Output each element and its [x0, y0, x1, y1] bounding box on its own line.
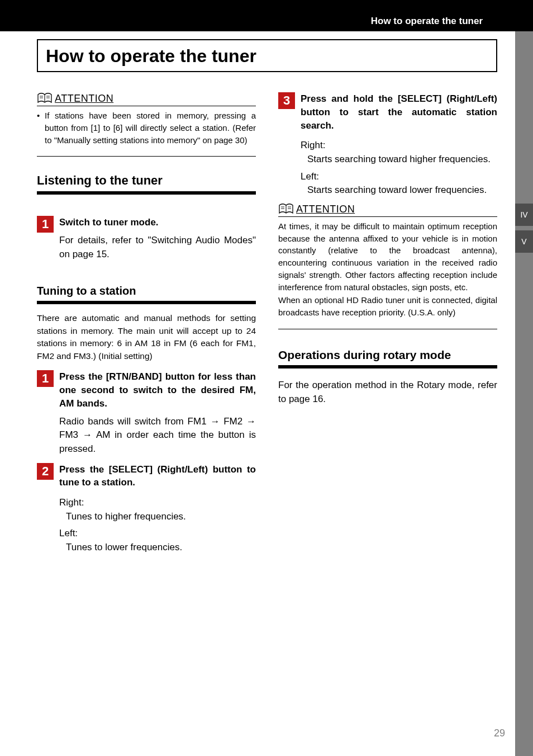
attention-body-1: • If stations have been stored in memory…: [37, 110, 256, 157]
step-number-badge: 3: [278, 92, 295, 109]
section-title-rotary: Operations during rotary mode: [278, 348, 497, 362]
substep-label-left: Left:: [59, 527, 256, 541]
step-number-badge: 1: [37, 216, 54, 233]
right-column: 3 Press and hold the [SELECT] (Right/Lef…: [278, 92, 497, 555]
attention-body-2: At times, it may be difficult to maintai…: [278, 220, 497, 329]
running-header: How to operate the tuner: [371, 16, 483, 27]
attention-header: ATTENTION: [278, 203, 497, 217]
page-content: How to operate the tuner ATTENTION • If …: [37, 39, 497, 555]
step-block: 1 Switch to tuner mode. For details, ref…: [37, 216, 256, 261]
left-column: ATTENTION • If stations have been stored…: [37, 92, 256, 555]
substep-desc-left: Tunes to lower frequencies.: [66, 541, 256, 555]
substep: Right: Tunes to higher frequencies. Left…: [59, 496, 256, 555]
section-rule: [278, 365, 497, 368]
book-icon: [37, 92, 53, 105]
step-block: 3 Press and hold the [SELECT] (Right/Lef…: [278, 92, 497, 132]
step-heading: Press and hold the [SELECT] (Right/Left)…: [301, 92, 497, 132]
attention-text-2b: When an optional HD Radio tuner unit is …: [278, 294, 497, 319]
substep: Right: Starts searching toward higher fr…: [301, 139, 497, 197]
substep-desc-left: Starts searching toward lower frequencie…: [307, 183, 497, 197]
attention-label: ATTENTION: [55, 93, 113, 105]
attention-text-2a: At times, it may be difficult to maintai…: [278, 220, 497, 294]
page-title: How to operate the tuner: [46, 46, 488, 67]
step-block: 2 Press the [SELECT] (Right/Left) button…: [37, 463, 256, 490]
attention-text-1: If stations have been stored in memory, …: [45, 110, 256, 146]
book-icon: [278, 203, 294, 215]
page-title-box: How to operate the tuner: [37, 39, 497, 72]
section-title-tuning: Tuning to a station: [37, 285, 256, 297]
header-bar: How to operate the tuner: [0, 0, 533, 31]
step-block: 1 Press the [RTN/BAND] button for less t…: [37, 370, 256, 456]
substep-label-right: Right:: [301, 139, 497, 153]
section-title-listening: Listening to the tuner: [37, 173, 256, 188]
step-heading: Press the [SELECT] (Right/Left) button t…: [59, 463, 256, 490]
section-tab-iv[interactable]: IV: [515, 204, 533, 226]
substep-desc-right: Tunes to higher frequencies.: [66, 510, 256, 524]
substep-label-left: Left:: [301, 170, 497, 184]
section-rule: [37, 191, 256, 195]
attention-header: ATTENTION: [37, 92, 256, 106]
bullet-icon: •: [37, 110, 45, 146]
step-heading: Switch to tuner mode.: [59, 216, 256, 229]
step-text: For details, refer to "Switching Audio M…: [59, 234, 256, 261]
side-gutter: IV V: [515, 31, 533, 756]
tuning-intro: There are automatic and manual methods f…: [37, 312, 256, 362]
section-rule: [37, 301, 256, 304]
step-text: Radio bands will switch from FM1 → FM2 →…: [59, 415, 256, 456]
attention-label: ATTENTION: [296, 204, 355, 215]
section-tab-v[interactable]: V: [515, 230, 533, 253]
substep-label-right: Right:: [59, 496, 256, 510]
step-number-badge: 2: [37, 463, 54, 480]
step-number-badge: 1: [37, 370, 54, 387]
step-heading: Press the [RTN/BAND] button for less tha…: [59, 370, 256, 410]
substep-desc-right: Starts searching toward higher frequenci…: [307, 153, 497, 167]
rotary-text: For the operation method in the Rotary m…: [278, 379, 497, 406]
page-number: 29: [494, 727, 505, 739]
